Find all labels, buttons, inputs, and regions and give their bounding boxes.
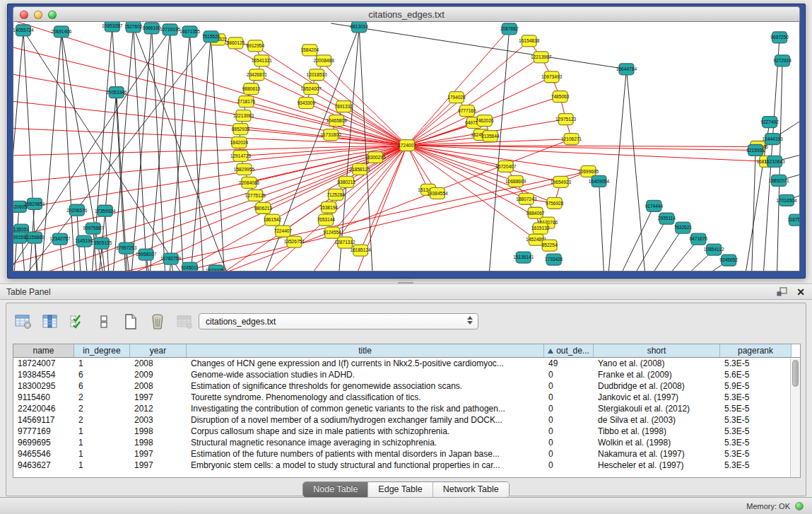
new-table-icon[interactable] <box>121 312 141 332</box>
show-columns-icon[interactable] <box>40 312 60 332</box>
graph-node[interactable]: 10854112 <box>704 244 724 255</box>
graph-node[interactable]: 1145194 <box>75 235 93 247</box>
graph-node[interactable]: 16409054 <box>589 175 610 187</box>
table-cell[interactable]: 5.3E-5 <box>720 392 792 403</box>
table-cell[interactable]: 22420046 <box>13 403 74 414</box>
table-cell[interactable]: 5.3E-5 <box>720 426 792 437</box>
graph-node[interactable]: 16644784 <box>616 64 637 75</box>
table-cell[interactable]: 2012 <box>130 403 187 414</box>
graph-node[interactable]: 7515526 <box>202 31 220 42</box>
table-cell[interactable]: Franke et al. (2009) <box>594 369 720 380</box>
table-cell[interactable]: 9115460 <box>13 392 74 403</box>
table-cell[interactable]: 5.3E-5 <box>720 448 792 460</box>
graph-node[interactable]: 9343309 <box>297 98 315 109</box>
graph-node[interactable]: 9756928 <box>546 197 564 209</box>
table-row[interactable]: 2242004622012Investigating the contribut… <box>13 403 800 414</box>
graph-edge[interactable] <box>763 37 779 271</box>
graph-node[interactable]: 90975887 <box>83 223 104 234</box>
graph-node[interactable]: 15829851 <box>24 198 45 209</box>
graph-node[interactable]: 19654923 <box>551 176 572 187</box>
graph-node[interactable]: 14671355 <box>180 26 201 37</box>
table-cell[interactable]: 49 <box>544 358 594 369</box>
graph-node[interactable]: 17957253 <box>116 243 137 254</box>
table-cell[interactable]: 5.3E-5 <box>720 460 792 471</box>
table-cell[interactable]: 9777169 <box>13 426 74 437</box>
graph-node[interactable]: 20053346 <box>106 87 127 98</box>
table-cell[interactable]: Investigating the contribution of common… <box>187 403 544 414</box>
graph-edge[interactable] <box>190 37 211 271</box>
table-row[interactable]: 969969511998Structural magnetic resonanc… <box>13 437 800 448</box>
graph-node[interactable]: 1167533 <box>787 214 800 226</box>
graph-node[interactable]: 8966160 <box>143 23 161 34</box>
table-cell[interactable]: 1997 <box>130 448 187 460</box>
column-header-year[interactable]: year <box>130 344 187 357</box>
table-cell[interactable]: Yano et al. (2008) <box>594 358 720 369</box>
table-cell[interactable]: 1 <box>74 437 130 448</box>
import-table-icon[interactable] <box>175 312 194 332</box>
table-cell[interactable]: 1998 <box>130 426 187 437</box>
table-cell[interactable]: 9465546 <box>13 448 74 460</box>
table-cell[interactable]: Nakamura et al. (1997) <box>594 448 720 460</box>
table-cell[interactable]: Structural magnetic resonance image aver… <box>187 437 544 448</box>
column-header-out_de[interactable]: out_de... <box>544 344 594 357</box>
graph-node[interactable]: 1615132 <box>531 223 550 234</box>
table-cell[interactable]: 19384554 <box>13 369 74 380</box>
table-cell[interactable]: 5.3E-5 <box>720 414 792 426</box>
graph-edge[interactable] <box>751 150 755 271</box>
table-cell[interactable]: 0 <box>544 414 594 426</box>
table-cell[interactable]: 0 <box>544 403 594 414</box>
graph-node[interactable]: 15136141 <box>513 252 534 263</box>
graph-node[interactable]: 2087682 <box>500 23 519 35</box>
graph-node[interactable]: 10465808 <box>326 115 348 127</box>
table-cell[interactable]: Tibbo et al. (1998) <box>594 426 720 437</box>
table-cell[interactable]: Wolkin et al. (1998) <box>594 437 720 448</box>
graph-node[interactable]: 19384554 <box>427 187 448 199</box>
tab-edge-table[interactable]: Edge Table <box>368 482 433 497</box>
show-hide-columns-icon[interactable] <box>67 312 87 332</box>
graph-edge[interactable] <box>170 30 184 271</box>
table-cell[interactable]: 1 <box>74 358 130 369</box>
delete-table-icon[interactable] <box>148 312 167 332</box>
table-cell[interactable]: 6 <box>74 369 130 380</box>
graph-node[interactable]: 9124554 <box>323 227 341 238</box>
table-cell[interactable]: Changes of HCN gene expression and I(f) … <box>187 358 544 369</box>
graph-node[interactable]: 9777169 <box>458 105 476 117</box>
table-cell[interactable]: Genome-wide association studies in ADHD. <box>187 369 544 380</box>
graph-node[interactable]: 7891332 <box>334 101 353 112</box>
table-row[interactable]: 977716911998Corpus callosum shape and si… <box>13 426 800 437</box>
table-cell[interactable]: Embryonic stem cells: a model to study s… <box>187 460 544 471</box>
graph-node[interactable]: 22084088 <box>239 177 260 188</box>
table-cell[interactable]: 2003 <box>130 414 187 426</box>
graph-node[interactable]: 7653144 <box>317 214 335 226</box>
graph-node[interactable]: 15829955 <box>234 163 255 175</box>
graph-node[interactable]: 7224407 <box>274 226 293 237</box>
graph-edge[interactable] <box>190 32 204 271</box>
table-cell[interactable]: 1997 <box>130 460 187 471</box>
graph-edge[interactable] <box>134 27 148 271</box>
float-panel-icon[interactable] <box>775 286 789 298</box>
graph-node[interactable]: 9174444 <box>645 200 664 211</box>
column-header-pagerank[interactable]: pagerank <box>720 344 792 357</box>
graph-node[interactable]: 8912954 <box>247 40 265 52</box>
table-row[interactable]: 1456911722003Disruption of a novel membe… <box>13 414 800 426</box>
zoom-window-icon[interactable] <box>48 11 57 19</box>
graph-node[interactable]: 1527602 <box>124 22 143 33</box>
memory-status-icon[interactable] <box>795 502 804 510</box>
graph-node[interactable]: 1733426 <box>545 254 563 265</box>
graph-node[interactable]: 7462026 <box>476 115 494 127</box>
table-cell[interactable]: 5.3E-5 <box>720 358 792 369</box>
graph-node[interactable]: 10653287 <box>102 22 123 32</box>
table-cell[interactable]: Disruption of a novel member of a sodium… <box>187 414 544 426</box>
graph-node[interactable]: 10688609 <box>505 175 526 187</box>
graph-node[interactable]: 16782759 <box>160 253 182 264</box>
table-cell[interactable]: 14569117 <box>13 414 74 426</box>
graph-node[interactable]: 1724007 <box>398 140 416 151</box>
graph-node[interactable]: 2718176 <box>237 96 256 107</box>
table-cell[interactable]: 2 <box>74 392 130 403</box>
table-cell[interactable]: 0 <box>544 369 594 380</box>
graph-edge[interactable] <box>331 23 626 69</box>
graph-node[interactable]: 15720407 <box>495 160 517 172</box>
graph-node[interactable]: 16154838 <box>519 35 540 47</box>
graph-node[interactable]: 12213987 <box>531 52 552 63</box>
graph-node[interactable]: 8471676 <box>689 233 707 245</box>
